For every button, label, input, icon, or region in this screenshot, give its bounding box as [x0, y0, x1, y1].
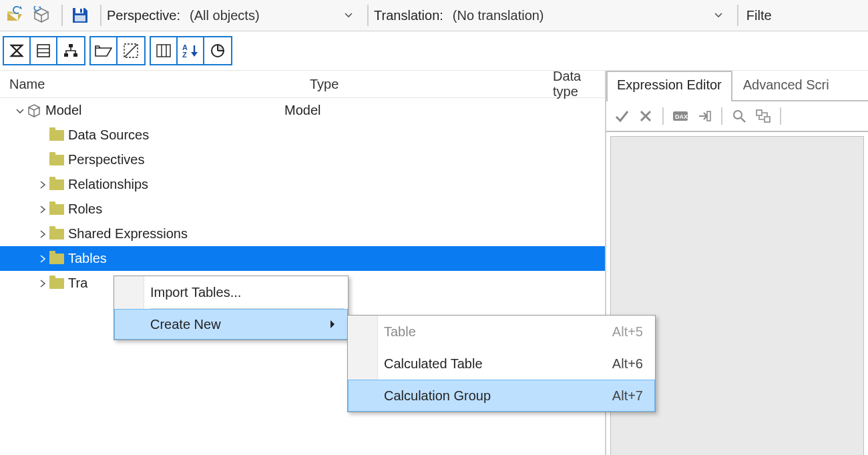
view-group-1 [3, 36, 85, 65]
tree-row-tables[interactable]: Tables [0, 246, 605, 271]
menu-import-tables[interactable]: Import Tables... [114, 276, 348, 308]
svg-text:DAX: DAX [675, 113, 688, 120]
save-button[interactable] [68, 3, 92, 27]
column-type[interactable]: Type [300, 77, 544, 92]
svg-rect-0 [75, 8, 83, 13]
tree-row-data-sources[interactable]: Data Sources [0, 123, 605, 147]
folder-icon [48, 254, 65, 264]
model-tree-panel: Name Type Data type Model Model Data Sou… [0, 71, 606, 455]
submenu-calculated-table[interactable]: Calculated Table Alt+6 [348, 348, 655, 380]
menu-shortcut: Alt+7 [586, 388, 643, 404]
svg-rect-7 [64, 53, 68, 57]
view-group-3: AZ [150, 36, 232, 65]
submenu-table: Table Alt+5 [348, 316, 655, 348]
measures-filter-button[interactable] [4, 37, 31, 64]
partitions-button[interactable] [204, 37, 231, 64]
folder-icon [48, 204, 65, 215]
svg-rect-26 [765, 117, 770, 122]
perspective-value: (All objects) [190, 8, 339, 23]
translation-value: (No translation) [453, 8, 709, 23]
expand-icon[interactable] [37, 280, 48, 288]
column-name[interactable]: Name [0, 77, 300, 92]
perspective-combo[interactable]: (All objects) [184, 3, 358, 27]
tree-row-roles[interactable]: Roles [0, 197, 605, 221]
tab-expression-editor[interactable]: Expression Editor [606, 71, 732, 101]
tree-type: Model [284, 103, 511, 118]
view-toolbar: AZ [0, 31, 868, 71]
svg-rect-8 [73, 53, 77, 57]
goto-definition-icon[interactable] [696, 107, 713, 125]
svg-rect-22 [707, 111, 710, 121]
context-submenu-create-new: Table Alt+5 Calculated Table Alt+6 Calcu… [347, 315, 656, 412]
tree-label: Relationships [65, 177, 148, 192]
search-icon[interactable] [730, 107, 748, 125]
svg-rect-1 [80, 9, 82, 13]
cancel-icon[interactable] [637, 107, 654, 125]
hidden-objects-button[interactable] [118, 37, 144, 64]
svg-rect-11 [157, 45, 170, 57]
tree-label: Data Sources [65, 127, 149, 143]
open-model-button[interactable] [3, 3, 27, 27]
expand-icon[interactable] [37, 181, 48, 189]
svg-rect-3 [37, 45, 49, 57]
find-replace-icon[interactable] [754, 107, 772, 125]
translation-combo[interactable]: (No translation) [447, 3, 728, 27]
tree-row-model[interactable]: Model Model [0, 98, 605, 123]
dax-format-icon[interactable]: DAX [672, 107, 689, 125]
tree-row-shared-expressions[interactable]: Shared Expressions [0, 221, 605, 246]
context-menu: Import Tables... Create New [114, 276, 349, 340]
folder-icon [48, 278, 65, 289]
hierarchy-view-button[interactable] [57, 37, 84, 64]
menu-label: Table [384, 324, 416, 340]
svg-text:Z: Z [182, 51, 187, 58]
folder-icon [48, 130, 65, 141]
translation-label: Translation: [374, 8, 443, 23]
tree-label: Shared Expressions [65, 226, 188, 242]
svg-rect-6 [69, 44, 73, 47]
expand-icon[interactable] [37, 230, 48, 238]
expand-icon[interactable] [37, 255, 48, 263]
svg-rect-2 [75, 15, 85, 21]
menu-shortcut: Alt+5 [586, 324, 643, 340]
sort-button[interactable]: AZ [178, 37, 204, 64]
tree-label: Roles [65, 201, 102, 217]
tree-label: Model [43, 103, 81, 118]
tree-row-relationships[interactable]: Relationships [0, 172, 605, 197]
deploy-button[interactable] [29, 3, 53, 27]
svg-line-24 [741, 118, 745, 122]
column-datatype[interactable]: Data type [544, 69, 605, 99]
tab-advanced-scripting[interactable]: Advanced Scri [732, 71, 840, 101]
tree-row-perspectives[interactable]: Perspectives [0, 147, 605, 172]
main-toolbar: Perspective: (All objects) Translation: … [0, 0, 868, 31]
svg-line-10 [125, 45, 137, 57]
columns-button[interactable] [151, 37, 178, 64]
folder-icon [48, 179, 65, 190]
menu-label: Calculated Table [384, 356, 483, 372]
folder-icon [48, 155, 65, 165]
menu-label: Calculation Group [384, 388, 491, 404]
tree-label: Perspectives [65, 152, 145, 167]
expression-toolbar: DAX [606, 101, 868, 132]
menu-shortcut: Alt+6 [586, 356, 643, 372]
accept-icon[interactable] [613, 107, 630, 125]
right-tabs: Expression Editor Advanced Scri [606, 71, 868, 101]
collapse-icon[interactable] [15, 107, 25, 115]
submenu-arrow-icon [308, 320, 336, 329]
cube-icon [25, 103, 43, 118]
display-folders-button[interactable] [91, 37, 118, 64]
svg-rect-25 [756, 110, 762, 115]
tree-label: Tra [65, 276, 87, 291]
menu-label: Import Tables... [150, 285, 241, 300]
view-group-2 [89, 36, 146, 65]
menu-label: Create New [150, 317, 221, 332]
expand-icon[interactable] [37, 205, 48, 213]
menu-create-new[interactable]: Create New [114, 309, 348, 340]
list-view-button[interactable] [31, 37, 57, 64]
svg-point-23 [734, 111, 742, 119]
filter-label: Filte [744, 8, 772, 23]
chevron-down-icon [714, 13, 722, 18]
chevron-down-icon [345, 13, 353, 18]
tree-label: Tables [65, 251, 107, 266]
folder-icon [48, 229, 65, 240]
submenu-calculation-group[interactable]: Calculation Group Alt+7 [348, 380, 655, 412]
